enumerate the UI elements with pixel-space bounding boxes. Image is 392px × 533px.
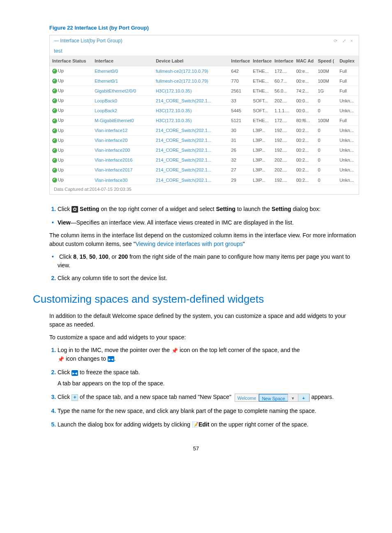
cell-c5: 0 bbox=[315, 165, 337, 175]
cell-c2: L3IP... bbox=[250, 145, 272, 155]
cell-c4: 00:2... bbox=[294, 165, 316, 175]
cell-c6: Unkn... bbox=[337, 175, 359, 185]
capture-timestamp: Data Captured at:2014-07-15 20:03:35 bbox=[50, 185, 359, 194]
page-number: 57 bbox=[33, 445, 359, 452]
status-up-icon bbox=[52, 108, 57, 113]
cell-c4: 00:2... bbox=[294, 155, 316, 165]
tab-example-image: Welcome New Space ▾ + bbox=[235, 394, 310, 402]
cell-c4: 00:2... bbox=[294, 135, 316, 145]
cell-c2: L3IP... bbox=[250, 175, 272, 185]
cell-c3: 192.... bbox=[272, 175, 294, 185]
cstep-1: Log in to the IMC, move the pointer over… bbox=[58, 346, 359, 363]
instructions-list-2: Click any column title to sort the devic… bbox=[33, 274, 359, 283]
cell-c3: 192.... bbox=[272, 125, 294, 135]
cell-c4: 74:2... bbox=[294, 86, 316, 96]
cell-c6: Full bbox=[337, 86, 359, 96]
cell-device-label[interactable]: 214_CORE_Switch(202.1... bbox=[153, 135, 228, 145]
cell-interface[interactable]: LoopBack0 bbox=[92, 96, 153, 106]
table-row: UpGigabitEthernet2/0/0H3C(172.10.0.35)25… bbox=[50, 86, 359, 96]
cell-interface[interactable]: LoopBack2 bbox=[92, 106, 153, 116]
status-up-icon bbox=[52, 128, 57, 133]
th-c5[interactable]: Speed ( bbox=[315, 56, 337, 66]
table-row: UpVlan-interface12214_CORE_Switch(202.1.… bbox=[50, 125, 359, 135]
table-header-row[interactable]: Interface Status Interface Device Label … bbox=[50, 56, 359, 66]
cell-status: Up bbox=[50, 125, 92, 135]
table-row: UpVlan-interface20214_CORE_Switch(202.1.… bbox=[50, 135, 359, 145]
cell-device-label[interactable]: 214_CORE_Switch(202.1... bbox=[153, 165, 228, 175]
cell-c2: ETHE... bbox=[250, 66, 272, 76]
cell-c2: ETHE... bbox=[250, 116, 272, 125]
status-up-icon bbox=[52, 158, 57, 163]
cell-c5: 0 bbox=[315, 106, 337, 116]
tab-welcome: Welcome bbox=[235, 394, 259, 401]
widget-title: — Interface List(by Port Group) bbox=[54, 38, 122, 44]
step-2: Click any column title to sort the devic… bbox=[58, 274, 359, 283]
cell-device-label[interactable]: 214_CORE_Switch(202.1... bbox=[153, 145, 228, 155]
th-status[interactable]: Interface Status bbox=[50, 56, 92, 66]
th-c6[interactable]: Duplex bbox=[337, 56, 359, 66]
cell-interface[interactable]: Vlan-interface20 bbox=[92, 135, 153, 145]
plus-icon: + bbox=[71, 394, 78, 401]
cell-device-label[interactable]: 214_CORE_Switch(202.1... bbox=[153, 175, 228, 185]
pin-icon-2: 📌 bbox=[58, 355, 64, 364]
cell-interface[interactable]: Ethernet0/0 bbox=[92, 66, 153, 76]
cell-device-label[interactable]: 214_CORE_Switch(202.1... bbox=[153, 125, 228, 135]
cell-c3: 202.... bbox=[272, 155, 294, 165]
status-up-icon bbox=[52, 148, 57, 153]
cell-c3: 192.... bbox=[272, 135, 294, 145]
cell-interface[interactable]: Vlan-interface12 bbox=[92, 125, 153, 135]
bullet-paging: Click 8, 15, 50, 100, or 200 from the ri… bbox=[58, 253, 359, 270]
th-c2[interactable]: Interface bbox=[250, 56, 272, 66]
cstep-3: Click + of the space tab, and a new spac… bbox=[58, 393, 359, 401]
cell-c2: L3IP... bbox=[250, 155, 272, 165]
cell-device-label[interactable]: H3C(172.10.0.35) bbox=[153, 116, 228, 125]
cell-interface[interactable]: M-GigabitEthernet0 bbox=[92, 116, 153, 125]
cell-c5: 0 bbox=[315, 145, 337, 155]
th-c3[interactable]: Interface bbox=[272, 56, 294, 66]
cstep-2: Click ▸◂ to freeze the space tab. A tab … bbox=[58, 368, 359, 388]
cell-status: Up bbox=[50, 66, 92, 76]
cell-status: Up bbox=[50, 96, 92, 106]
cell-status: Up bbox=[50, 116, 92, 125]
cell-c5: 0 bbox=[315, 135, 337, 145]
instructions-list-1: Click ✿ Setting on the top right corner … bbox=[33, 205, 359, 213]
cell-interface[interactable]: Vlan-interface30 bbox=[92, 175, 153, 185]
cell-device-label[interactable]: fullmesh-ce2(172.10.0.79) bbox=[153, 76, 228, 86]
cell-c1: 770 bbox=[229, 76, 251, 86]
cell-device-label[interactable]: fullmesh-ce2(172.10.0.79) bbox=[153, 66, 228, 76]
cell-status: Up bbox=[50, 86, 92, 96]
cell-interface[interactable]: GigabitEthernet2/0/0 bbox=[92, 86, 153, 96]
cell-status: Up bbox=[50, 155, 92, 165]
cell-c1: 33 bbox=[229, 96, 251, 106]
cell-c1: 2561 bbox=[229, 86, 251, 96]
cell-device-label[interactable]: H3C(172.10.0.35) bbox=[153, 86, 228, 96]
cell-c1: 5121 bbox=[229, 116, 251, 125]
cell-interface[interactable]: Vlan-interface2016 bbox=[92, 155, 153, 165]
cell-c1: 27 bbox=[229, 165, 251, 175]
th-label[interactable]: Device Label bbox=[153, 56, 228, 66]
cell-c5: 0 bbox=[315, 96, 337, 106]
cell-c4: 00:2... bbox=[294, 125, 316, 135]
widget-action-icons[interactable]: ⟳ ⤢ × bbox=[334, 38, 355, 44]
cell-c3: 56.0... bbox=[272, 86, 294, 96]
cell-device-label[interactable]: H3C(172.10.0.35) bbox=[153, 106, 228, 116]
link-port-groups[interactable]: Viewing device interfaces with port grou… bbox=[136, 241, 243, 247]
cell-interface[interactable]: Vlan-interface2017 bbox=[92, 165, 153, 175]
cell-c2: ETHE... bbox=[250, 86, 272, 96]
cell-c6: Unkn... bbox=[337, 165, 359, 175]
cell-interface[interactable]: Vlan-interface200 bbox=[92, 145, 153, 155]
table-row: UpVlan-interface2017214_CORE_Switch(202.… bbox=[50, 165, 359, 175]
cell-interface[interactable]: Ethernet0/1 bbox=[92, 76, 153, 86]
cell-device-label[interactable]: 214_CORE_Switch(202.1... bbox=[153, 96, 228, 106]
cell-device-label[interactable]: 214_CORE_Switch(202.1... bbox=[153, 155, 228, 165]
cell-c4: 00:2... bbox=[294, 175, 316, 185]
status-up-icon bbox=[52, 168, 57, 173]
th-interface[interactable]: Interface bbox=[92, 56, 153, 66]
custom-lead: To customize a space and add widgets to … bbox=[49, 333, 359, 342]
cell-c3: 202.... bbox=[272, 165, 294, 175]
tab-dropdown-icon: ▾ bbox=[288, 394, 298, 401]
cell-c1: 642 bbox=[229, 66, 251, 76]
th-c1[interactable]: Interface bbox=[229, 56, 251, 66]
th-c4[interactable]: MAC Ad bbox=[294, 56, 316, 66]
table-row: UpEthernet0/1fullmesh-ce2(172.10.0.79)77… bbox=[50, 76, 359, 86]
